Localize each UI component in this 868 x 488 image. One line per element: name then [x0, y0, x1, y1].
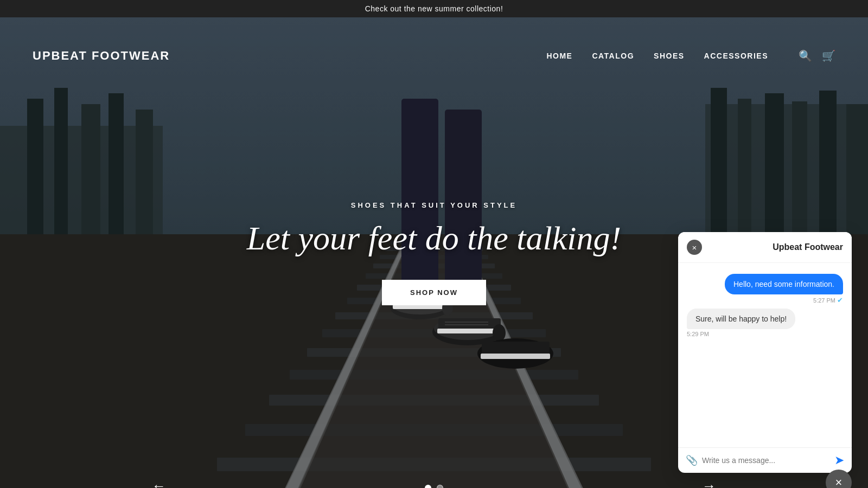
checkmark-icon: ✔ [837, 296, 843, 304]
chat-widget: × Upbeat Footwear Hello, need some infor… [678, 232, 852, 473]
chat-time-user: 5:27 PM ✔ [813, 296, 843, 304]
chat-input-row: 📎 ➤ [678, 447, 852, 473]
chat-send-button[interactable]: ➤ [834, 453, 844, 467]
nav-icons: 🔍 🛒 [799, 49, 835, 62]
site-header: UPBEAT FOOTWEAR HOME CATALOG SHOES ACCES… [0, 37, 868, 75]
chat-bubble-user: Hello, need some information. [725, 274, 843, 294]
shop-now-button[interactable]: SHOP NOW [382, 280, 486, 305]
attachment-icon[interactable]: 📎 [686, 454, 698, 466]
close-float-icon: × [835, 476, 843, 488]
chat-title: Upbeat Footwear [773, 242, 843, 252]
hero-section: UPBEAT FOOTWEAR HOME CATALOG SHOES ACCES… [0, 17, 868, 488]
chat-close-icon: × [692, 243, 697, 252]
nav-shoes[interactable]: SHOES [654, 52, 685, 60]
cart-icon[interactable]: 🛒 [822, 49, 835, 62]
chat-body: Hello, need some information. 5:27 PM ✔ … [678, 263, 852, 447]
announcement-bar: Check out the new summer collection! [0, 0, 868, 17]
chat-message-2: Sure, will be happy to help! 5:29 PM [687, 309, 843, 337]
carousel-dot-2[interactable] [437, 485, 443, 488]
site-logo[interactable]: UPBEAT FOOTWEAR [33, 49, 546, 63]
announcement-text: Check out the new summer collection! [365, 4, 503, 13]
hero-title: Let your feet do the talking! [247, 219, 621, 258]
carousel-prev-button[interactable]: ← [152, 478, 166, 488]
hero-tagline: SHOES THAT SUIT YOUR STYLE [351, 201, 517, 209]
main-nav: HOME CATALOG SHOES ACCESSORIES 🔍 🛒 [546, 49, 835, 62]
nav-accessories[interactable]: ACCESSORIES [704, 52, 768, 60]
nav-catalog[interactable]: CATALOG [592, 52, 634, 60]
chat-header: × Upbeat Footwear [678, 232, 852, 263]
chat-bubble-agent: Sure, will be happy to help! [687, 309, 795, 329]
carousel-dot-1[interactable] [425, 485, 431, 488]
chat-input[interactable] [702, 456, 830, 465]
carousel-next-button[interactable]: → [702, 478, 716, 488]
carousel-dots [425, 485, 443, 488]
search-icon[interactable]: 🔍 [799, 49, 812, 62]
chat-close-button[interactable]: × [687, 240, 702, 255]
chat-message-1: Hello, need some information. 5:27 PM ✔ [687, 274, 843, 304]
nav-home[interactable]: HOME [546, 52, 572, 60]
chat-time-agent: 5:29 PM [687, 331, 709, 337]
